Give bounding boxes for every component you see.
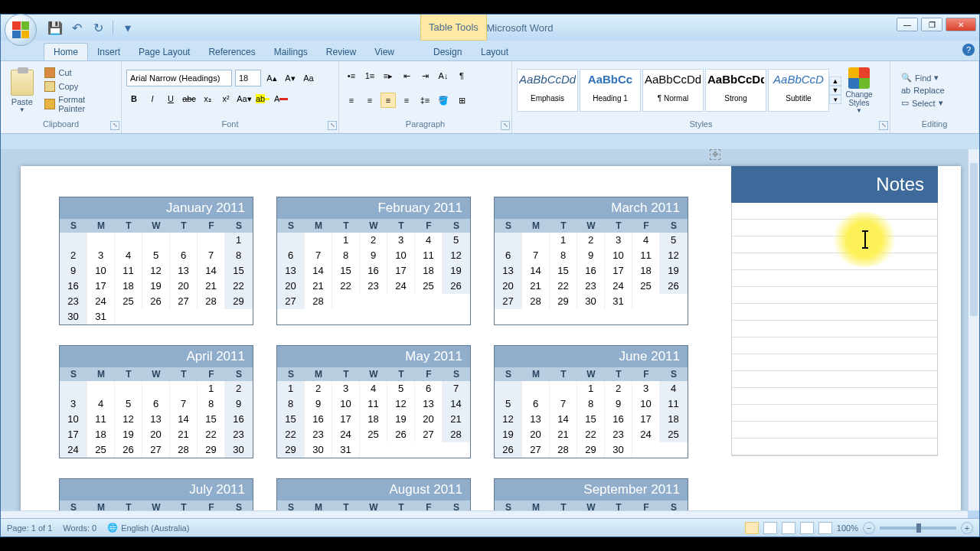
justify-button[interactable]: ≡ [399,93,414,108]
clipboard-launcher[interactable]: ⤡ [110,121,119,130]
calendar-april-2011[interactable]: April 2011SMTWTFS12345678910111213141516… [59,345,253,458]
calendar-july-2011[interactable]: July 2011SMTWTFS123456789101112131415161… [59,478,253,510]
zoom-out-button[interactable]: − [863,522,875,534]
subscript-button[interactable]: x₂ [200,91,215,106]
tab-home[interactable]: Home [44,43,88,60]
zoom-in-button[interactable]: + [961,522,973,534]
tab-mailings[interactable]: Mailings [265,44,317,60]
clear-formatting-button[interactable]: Aa [301,70,316,86]
qat-customize-icon[interactable]: ▾ [121,21,135,34]
statusbar: Page: 1 of 1 Words: 0 🌐English (Australi… [1,518,979,536]
numbering-button[interactable]: 1≡ [362,68,377,83]
web-layout-view[interactable] [782,522,795,534]
paragraph-launcher[interactable]: ⤡ [501,121,510,130]
qat-redo-icon[interactable]: ↻ [91,21,105,34]
paste-button[interactable]: Paste▼ [5,68,38,113]
close-button[interactable]: ✕ [946,18,976,31]
tab-references[interactable]: References [199,44,264,60]
align-left-button[interactable]: ≡ [344,93,359,108]
style-heading1[interactable]: AaBbCcHeading 1 [580,69,641,112]
bullets-button[interactable]: •≡ [344,68,359,83]
bold-button[interactable]: B [126,91,142,106]
table-anchor-icon[interactable]: ✥ [710,149,720,160]
show-marks-button[interactable]: ¶ [454,68,469,83]
tab-review[interactable]: Review [317,44,365,60]
increase-indent-button[interactable]: ⇥ [417,68,433,83]
style-emphasis[interactable]: AaBbCcDdEmphasis [517,69,578,112]
outline-view[interactable] [800,522,814,534]
find-button[interactable]: 🔍Find ▾ [900,72,946,83]
calendar-february-2011[interactable]: February 2011SMTWTFS12345678910111213141… [276,197,471,325]
style-subtitle[interactable]: AaBbCcDSubtitle [768,69,829,112]
decrease-indent-button[interactable]: ⇤ [399,68,414,83]
styles-launcher[interactable]: ⤡ [879,121,888,130]
styles-gallery[interactable]: AaBbCcDdEmphasisAaBbCcHeading 1AaBbCcDdE… [517,69,829,112]
text-cursor [864,230,866,249]
paste-icon [11,70,34,96]
help-icon[interactable]: ? [962,44,975,56]
minimize-button[interactable]: — [897,18,918,31]
zoom-level[interactable]: 100% [837,523,858,533]
copy-icon [44,81,55,92]
status-words[interactable]: Words: 0 [63,523,96,533]
align-center-button[interactable]: ≡ [362,93,377,108]
document-area[interactable]: ✥ January 2011SMTWTFS1234567891011121314… [1,149,968,510]
print-layout-view[interactable] [745,522,759,534]
align-right-button[interactable]: ≡ [381,93,396,108]
contextual-tab-label: Table Tools [420,15,487,41]
highlight-button[interactable]: ab [255,91,270,106]
tab-design[interactable]: Design [424,44,471,60]
strikethrough-button[interactable]: abc [181,91,197,106]
calendar-january-2011[interactable]: January 2011SMTWTFS123456789101112131415… [59,197,253,325]
cut-button[interactable]: Cut [41,67,116,79]
tab-page-layout[interactable]: Page Layout [129,44,199,60]
horizontal-scrollbar[interactable] [1,510,968,518]
tab-view[interactable]: View [365,44,403,60]
qat-undo-icon[interactable]: ↶ [70,21,83,34]
styles-scroll-up[interactable]: ▲ [829,77,841,86]
style-strong[interactable]: AaBbCcDdStrong [705,69,766,112]
change-styles-button[interactable]: Change Styles▼ [841,67,877,114]
document-page[interactable]: ✥ January 2011SMTWTFS1234567891011121314… [21,166,961,510]
status-language[interactable]: 🌐English (Australia) [107,523,189,533]
tab-layout[interactable]: Layout [472,44,518,60]
styles-scroll-down[interactable]: ▼ [829,86,841,95]
grow-font-button[interactable]: A▴ [264,70,279,86]
styles-expand[interactable]: ▾ [829,95,841,104]
ribbon-tabs: HomeInsertPage LayoutReferencesMailingsR… [1,41,979,60]
font-name-input[interactable] [126,70,232,86]
maximize-button[interactable]: ❐ [921,18,942,31]
borders-button[interactable]: ⊞ [454,93,469,108]
sort-button[interactable]: A↓ [436,68,451,83]
shrink-font-button[interactable]: A▾ [283,70,298,86]
status-page[interactable]: Page: 1 of 1 [7,523,52,533]
calendar-march-2011[interactable]: March 2011SMTWTFS12345678910111213141516… [494,197,688,325]
font-launcher[interactable]: ⤡ [328,121,337,130]
qat-save-icon[interactable]: 💾 [48,21,62,34]
vertical-scrollbar[interactable] [968,149,979,510]
line-spacing-button[interactable]: ‡≡ [417,93,433,108]
italic-button[interactable]: I [145,91,160,106]
superscript-button[interactable]: x² [218,91,234,106]
change-case-button[interactable]: Aa▾ [237,91,252,106]
font-color-button[interactable]: A [273,91,289,106]
tab-insert[interactable]: Insert [88,44,129,60]
office-button[interactable] [5,14,37,46]
select-icon: ▭ [901,98,909,108]
calendar-august-2011[interactable]: August 2011SMTWTFS1234567891011121314151… [276,478,471,510]
underline-button[interactable]: U [163,91,178,106]
full-screen-view[interactable] [763,522,777,534]
calendar-may-2011[interactable]: May 2011SMTWTFS1234567891011121314151617… [276,345,471,458]
select-button[interactable]: ▭Select ▾ [900,97,946,109]
replace-button[interactable]: abReplace [900,85,946,96]
shading-button[interactable]: 🪣 [436,93,451,108]
multilevel-list-button[interactable]: ≡▸ [381,68,396,83]
format-painter-button[interactable]: Format Painter [41,94,116,114]
draft-view[interactable] [818,522,832,534]
calendar-june-2011[interactable]: June 2011SMTWTFS123456789101112131415161… [494,345,688,458]
style-normal[interactable]: AaBbCcDdE¶ Normal [642,69,704,112]
zoom-slider[interactable] [880,527,956,530]
calendar-september-2011[interactable]: September 2011SMTWTFS1234567891011121314… [494,478,688,510]
font-size-input[interactable] [235,70,261,86]
copy-button[interactable]: Copy [41,80,116,93]
